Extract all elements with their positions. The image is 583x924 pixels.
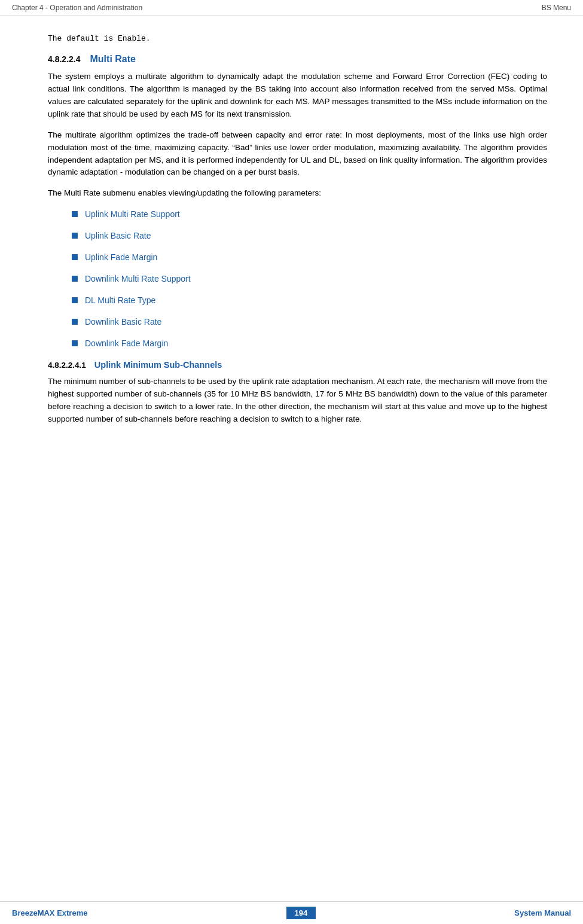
bullet-link-6[interactable]: Downlink Basic Rate: [85, 317, 161, 327]
bullet-icon: [72, 340, 78, 346]
subsection-paragraph: The minimum number of sub-channels to be…: [48, 376, 547, 426]
section-heading: 4.8.2.2.4 Multi Rate: [48, 54, 547, 65]
list-item: Downlink Fade Margin: [72, 339, 547, 348]
header-left: Chapter 4 - Operation and Administration: [12, 4, 142, 12]
bullet-link-3[interactable]: Uplink Fade Margin: [85, 252, 157, 262]
bullet-icon: [72, 297, 78, 303]
section-number: 4.8.2.2.4: [48, 54, 81, 64]
section-paragraph-1: The system employs a multirate algorithm…: [48, 71, 547, 121]
page-content: The default is Enable. 4.8.2.2.4 Multi R…: [0, 16, 583, 446]
list-item: Uplink Fade Margin: [72, 252, 547, 262]
list-item: Uplink Multi Rate Support: [72, 209, 547, 219]
section-paragraph-2: The multirate algorithm optimizes the tr…: [48, 129, 547, 179]
default-line: The default is Enable.: [48, 34, 547, 43]
bullet-icon: [72, 319, 78, 325]
subsection-heading: 4.8.2.2.4.1 Uplink Minimum Sub-Channels: [48, 360, 547, 370]
list-item: Downlink Multi Rate Support: [72, 274, 547, 283]
bullet-icon: [72, 211, 78, 217]
bullet-link-2[interactable]: Uplink Basic Rate: [85, 231, 151, 240]
bullet-icon: [72, 233, 78, 239]
header-right: BS Menu: [542, 4, 571, 12]
list-item: DL Multi Rate Type: [72, 295, 547, 305]
subsection-title: Uplink Minimum Sub-Channels: [94, 360, 222, 370]
bullet-icon: [72, 276, 78, 282]
list-intro: The Multi Rate submenu enables viewing/u…: [48, 187, 547, 200]
page-header: Chapter 4 - Operation and Administration…: [0, 0, 583, 16]
bullet-icon: [72, 254, 78, 260]
footer-title: System Manual: [514, 908, 571, 917]
bullet-link-1[interactable]: Uplink Multi Rate Support: [85, 209, 180, 219]
section-title: Multi Rate: [90, 54, 136, 65]
bullet-link-7[interactable]: Downlink Fade Margin: [85, 339, 168, 348]
page-number: 194: [286, 907, 316, 919]
footer-brand: BreezeMAX Extreme: [12, 908, 87, 917]
page-footer: BreezeMAX Extreme 194 System Manual: [0, 901, 583, 924]
bullet-link-5[interactable]: DL Multi Rate Type: [85, 295, 155, 305]
list-item: Downlink Basic Rate: [72, 317, 547, 327]
subsection-number: 4.8.2.2.4.1: [48, 361, 86, 370]
list-item: Uplink Basic Rate: [72, 231, 547, 240]
bullet-link-4[interactable]: Downlink Multi Rate Support: [85, 274, 191, 283]
bullet-list: Uplink Multi Rate Support Uplink Basic R…: [72, 209, 547, 348]
